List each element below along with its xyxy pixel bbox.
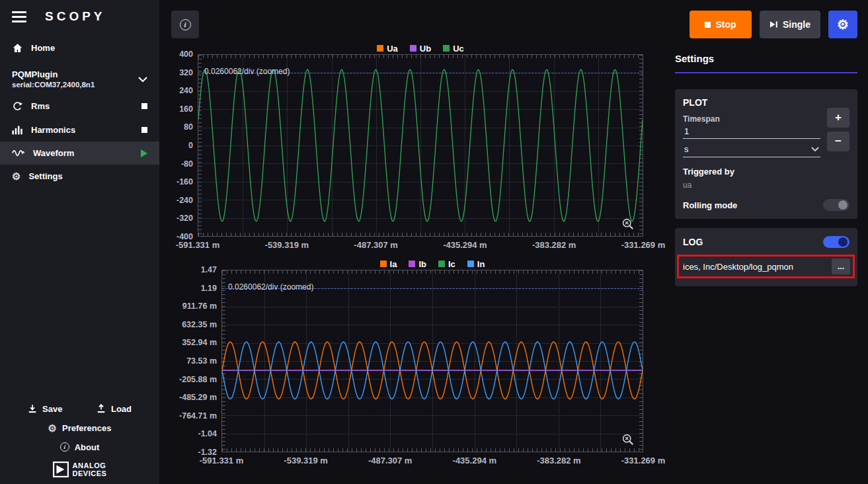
load-button[interactable]: Load: [97, 404, 132, 414]
about-button[interactable]: i About: [0, 442, 159, 452]
info-button[interactable]: i: [171, 11, 199, 38]
decrement-button[interactable]: −: [827, 132, 849, 151]
y-tick-label: -205.88 m: [179, 375, 217, 384]
plugin-label: PQMPlugin: [12, 69, 95, 79]
save-label: Save: [42, 404, 62, 414]
voltage-chart: UaUbUc 400320240160800-80-160-240-320-40…: [163, 42, 643, 251]
rolling-mode-label: Rolling mode: [683, 200, 737, 210]
waveform-traces: [222, 270, 643, 452]
gear-icon: ⚙: [837, 18, 849, 31]
y-tick-label: 632.35 m: [182, 320, 217, 329]
legend-item[interactable]: Ib: [409, 259, 426, 269]
log-path-input[interactable]: ices, Inc/Desktop/log_pqmon: [682, 261, 828, 273]
stop-button[interactable]: Stop: [690, 11, 752, 38]
upload-icon: [97, 404, 106, 413]
sidebar-item-waveform[interactable]: Waveform: [0, 141, 159, 165]
y-tick-label: -320: [177, 214, 193, 223]
x-tick-label: -331.269 m: [621, 456, 666, 465]
info-icon: i: [180, 19, 191, 30]
y-tick-label: 352.94 m: [182, 338, 217, 347]
plot-area[interactable]: 0.0260062/div (zoomed): [198, 54, 643, 237]
browse-button[interactable]: ...: [832, 259, 850, 274]
single-label: Single: [783, 19, 810, 30]
settings-panel-title: Settings: [675, 53, 857, 73]
x-tick-label: -383.282 m: [532, 240, 576, 250]
plot-area[interactable]: 0.0260062/div (zoomed): [221, 270, 643, 452]
sidebar-item-settings[interactable]: ⚙ Settings: [0, 165, 159, 188]
gear-icon: ⚙: [12, 171, 20, 181]
legend-item[interactable]: Ia: [380, 259, 397, 269]
legend-color-icon: [438, 261, 445, 267]
legend-item[interactable]: Ub: [410, 44, 431, 54]
y-axis-labels: 1.471.19911.76 m632.35 m352.94 m73.53 m-…: [163, 270, 221, 452]
sidebar-item-harmonics[interactable]: Harmonics: [0, 118, 159, 141]
menu-icon[interactable]: [12, 11, 26, 22]
legend-item[interactable]: Ua: [377, 44, 398, 54]
log-card: LOG ices, Inc/Desktop/log_pqmon ...: [675, 228, 857, 286]
x-tick-label: -435.294 m: [443, 240, 487, 250]
plot-heading: PLOT: [683, 97, 820, 108]
x-tick-label: -435.294 m: [453, 456, 497, 465]
increment-button[interactable]: +: [827, 108, 849, 128]
sidebar-item-rms[interactable]: Rms: [0, 94, 159, 118]
about-label: About: [75, 442, 100, 452]
legend-color-icon: [443, 45, 450, 52]
legend-color-icon: [409, 261, 415, 267]
triggered-by-label: Triggered by: [683, 167, 849, 177]
save-button[interactable]: Save: [28, 404, 62, 414]
preferences-label: Preferences: [62, 423, 111, 433]
zoom-scale-annotation: 0.0260062/div (zoomed): [228, 282, 313, 292]
sidebar-item-home[interactable]: Home: [0, 36, 159, 60]
adi-triangle-icon: [53, 462, 69, 477]
stop-icon: [705, 22, 711, 28]
plugin-subtitle: serial:COM37,2400,8n1: [12, 81, 95, 89]
gear-icon: ⚙: [48, 423, 57, 433]
rolling-mode-toggle[interactable]: [823, 199, 849, 211]
x-axis-labels: -591.331 m-539.319 m-487.307 m-435.294 m…: [221, 452, 643, 467]
stop-indicator-icon[interactable]: [141, 103, 147, 109]
timespan-unit-select[interactable]: s: [683, 139, 820, 157]
info-icon: i: [60, 442, 69, 452]
y-tick-label: 240: [179, 86, 193, 95]
x-tick-label: -539.319 m: [284, 456, 328, 465]
sidebar: SCOPY Home PQMPlugin serial:COM37,2400,8…: [0, 0, 159, 484]
zoom-reset-icon[interactable]: [621, 433, 635, 446]
legend-color-icon: [377, 45, 383, 52]
y-tick-label: 320: [179, 68, 193, 77]
download-icon: [28, 404, 37, 413]
y-tick-label: -160: [177, 177, 193, 186]
log-heading: LOG: [683, 237, 703, 247]
legend-item[interactable]: In: [467, 259, 485, 269]
preferences-button[interactable]: ⚙ Preferences: [0, 423, 159, 433]
chevron-down-icon[interactable]: [138, 77, 147, 82]
sidebar-item-label: Rms: [31, 101, 50, 111]
y-tick-label: 400: [179, 50, 193, 59]
y-tick-label: 1.47: [201, 265, 217, 274]
chart-legend: IaIbIcIn: [163, 258, 643, 270]
load-label: Load: [111, 404, 132, 414]
gear-button[interactable]: ⚙: [828, 11, 857, 38]
stop-indicator-icon[interactable]: [141, 127, 147, 133]
single-button[interactable]: Single: [760, 11, 820, 38]
zoom-reset-icon[interactable]: [621, 218, 635, 231]
main-area: i UaUbUc 400320240160800-80-160-240-320-…: [159, 0, 672, 484]
y-tick-label: 160: [179, 104, 193, 114]
legend-item[interactable]: Ic: [438, 259, 455, 269]
plot-settings-card: PLOT Timespan 1 s + − Triggered by ua Ro…: [675, 89, 857, 219]
play-indicator-icon[interactable]: [141, 149, 147, 157]
stop-label: Stop: [715, 19, 736, 30]
sidebar-item-pqmplugin[interactable]: PQMPlugin serial:COM37,2400,8n1: [0, 64, 159, 94]
log-toggle[interactable]: [823, 236, 849, 248]
y-tick-label: 80: [184, 122, 193, 132]
waveform-traces: [198, 55, 643, 236]
chevron-down-icon: [811, 147, 819, 151]
legend-item[interactable]: Uc: [443, 44, 464, 54]
timespan-input[interactable]: 1: [683, 124, 820, 139]
unit-value: s: [684, 144, 689, 154]
x-tick-label: -591.331 m: [176, 240, 220, 250]
sidebar-item-label: Home: [31, 43, 55, 53]
waveform-icon: [12, 149, 25, 157]
y-tick-label: 1.19: [201, 284, 217, 293]
triggered-by-value: ua: [683, 181, 849, 190]
y-tick-label: -764.71 m: [179, 411, 217, 421]
